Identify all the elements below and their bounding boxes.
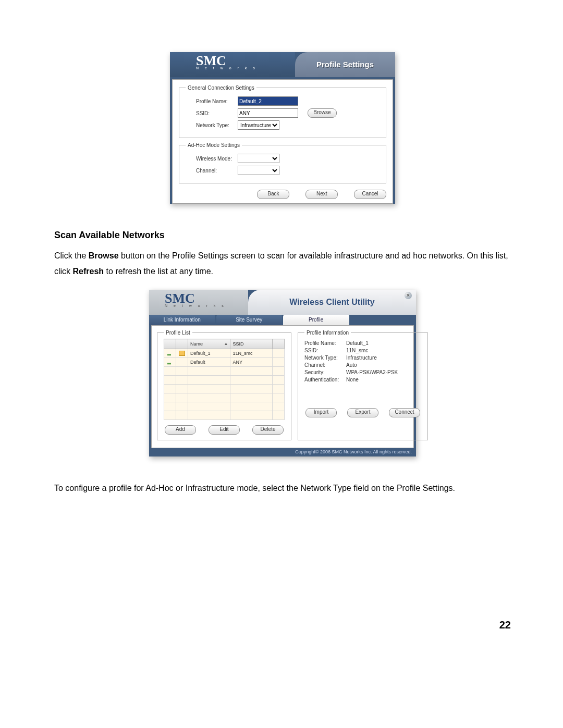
info-ssid-k: SSID: <box>304 348 346 353</box>
tab-link-information[interactable]: Link Information <box>149 315 216 325</box>
table-row-empty <box>164 367 285 376</box>
cancel-button[interactable]: Cancel <box>354 190 386 199</box>
info-profile-name-k: Profile Name: <box>304 340 346 346</box>
table-row-empty <box>164 376 285 385</box>
col-name[interactable]: Name▲ <box>188 339 230 349</box>
tab-bar: Link Information Site Survey Profile <box>149 315 416 325</box>
info-security-v: WPA-PSK/WPA2-PSK <box>346 369 398 375</box>
cell-name: Default_1 <box>188 349 230 358</box>
profile-name-input[interactable] <box>238 96 298 106</box>
network-type-select[interactable]: Infrastructure <box>238 120 279 130</box>
intro-paragraph: Click the Browse button on the Profile S… <box>54 248 511 279</box>
browse-button[interactable]: Browse <box>308 108 337 118</box>
add-button[interactable]: Add <box>165 425 196 435</box>
tab-site-survey[interactable]: Site Survey <box>216 315 284 325</box>
export-button[interactable]: Export <box>347 408 378 417</box>
profile-information-legend: Profile Information <box>304 330 351 336</box>
ssid-input[interactable] <box>238 108 298 118</box>
info-security-k: Security: <box>304 369 346 375</box>
section-heading: Scan Available Networks <box>54 230 511 241</box>
info-network-type-k: Network Type: <box>304 355 346 361</box>
next-button[interactable]: Next <box>305 190 338 199</box>
adhoc-mode-group: Ad-Hoc Mode Settings Wireless Mode: Chan… <box>179 142 386 183</box>
delete-button[interactable]: Delete <box>252 425 284 435</box>
info-ssid-v: 11N_smc <box>346 348 368 353</box>
profile-name-label: Profile Name: <box>196 98 238 104</box>
info-channel-k: Channel: <box>304 362 346 368</box>
wireless-mode-select[interactable] <box>238 154 279 163</box>
connect-button[interactable]: Connect <box>389 408 420 417</box>
sort-asc-icon: ▲ <box>224 341 228 346</box>
brand-subtext: N e t w o r k s <box>196 66 295 70</box>
table-row-empty <box>164 411 285 420</box>
back-button[interactable]: Back <box>257 190 289 199</box>
profile-table: Name▲ SSID Default_1 11N_smc D <box>164 339 285 420</box>
info-auth-k: Authentication: <box>304 377 346 382</box>
edit-button[interactable]: Edit <box>209 425 240 435</box>
dialog-title: Profile Settings <box>295 52 395 77</box>
cell-ssid: 11N_smc <box>230 349 273 358</box>
ssid-label: SSID: <box>196 110 238 116</box>
copyright-footer: Copyright© 2006 SMC Networks Inc. All ri… <box>149 448 416 456</box>
brand-logo: SMC N e t w o r k s <box>170 52 295 77</box>
profile-list-group: Profile List Name▲ SSID Default_1 11N_sm… <box>157 330 291 440</box>
signal-icon <box>167 360 173 364</box>
col-ssid[interactable]: SSID <box>230 339 273 349</box>
browse-keyword: Browse <box>89 251 119 260</box>
table-row-empty <box>164 385 285 393</box>
info-network-type-v: Infrastructure <box>346 355 377 361</box>
channel-label: Channel: <box>196 168 238 174</box>
cell-ssid: ANY <box>230 358 273 367</box>
table-row[interactable]: Default ANY <box>164 358 285 367</box>
general-connection-group: General Connection Settings Profile Name… <box>179 85 386 138</box>
table-row[interactable]: Default_1 11N_smc <box>164 349 285 358</box>
general-connection-legend: General Connection Settings <box>186 85 256 91</box>
profile-information-group: Profile Information Profile Name:Default… <box>298 330 428 440</box>
window-title: Wireless Client Utility <box>248 290 416 315</box>
channel-select[interactable] <box>238 166 279 175</box>
close-icon[interactable]: ✕ <box>405 292 412 299</box>
tab-profile[interactable]: Profile <box>283 315 350 325</box>
brand-subtext: N e t w o r k s <box>165 304 248 307</box>
brand-logo: SMC N e t w o r k s <box>149 290 248 315</box>
folder-icon <box>179 351 185 356</box>
table-row-empty <box>164 402 285 411</box>
closing-paragraph: To configure a profile for Ad-Hoc or Inf… <box>54 483 511 494</box>
import-button[interactable]: Import <box>305 408 337 417</box>
table-row-empty <box>164 393 285 402</box>
page-number: 22 <box>54 619 511 631</box>
adhoc-mode-legend: Ad-Hoc Mode Settings <box>186 142 242 148</box>
network-type-label: Network Type: <box>196 122 238 128</box>
profile-list-legend: Profile List <box>164 330 192 336</box>
signal-icon <box>167 351 173 355</box>
info-profile-name-v: Default_1 <box>346 340 369 346</box>
wireless-client-utility-window: SMC N e t w o r k s Wireless Client Util… <box>149 290 416 456</box>
refresh-keyword: Refresh <box>73 267 104 276</box>
profile-settings-dialog: SMC N e t w o r k s Profile Settings Gen… <box>170 52 395 204</box>
cell-name: Default <box>188 358 230 367</box>
info-auth-v: None <box>346 377 359 382</box>
table-header-row: Name▲ SSID <box>164 339 285 349</box>
wireless-mode-label: Wireless Mode: <box>196 156 238 162</box>
info-channel-v: Auto <box>346 362 357 368</box>
